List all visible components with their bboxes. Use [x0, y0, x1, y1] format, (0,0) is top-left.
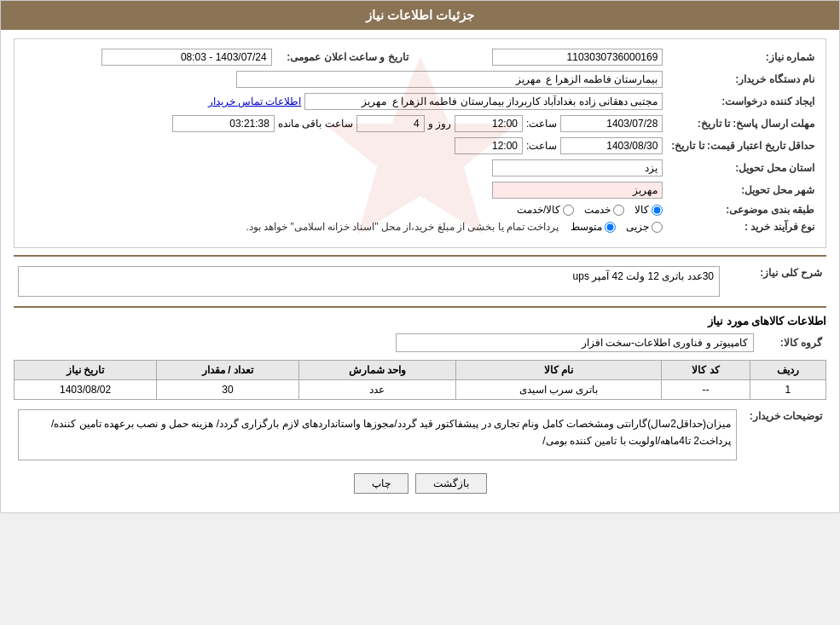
page-title: جزئیات اطلاعات نیاز — [1, 1, 839, 30]
process-note: پرداخت تمام یا بخشی از مبلغ خرید،از محل … — [246, 221, 559, 233]
cell-name: باتری سرب اسیدی — [455, 380, 662, 400]
announcement-date-input[interactable] — [101, 49, 272, 66]
category-radio-kala-input[interactable] — [652, 205, 663, 216]
answer-deadline-date-input[interactable] — [560, 115, 663, 132]
process-radio-motavasit[interactable]: متوسط — [571, 221, 616, 233]
category-radio-both[interactable]: کالا/خدمت — [517, 204, 574, 216]
separator-1 — [14, 255, 826, 257]
col-row: ردیف — [750, 361, 826, 380]
cell-quantity: 30 — [157, 380, 299, 400]
creator-input[interactable] — [304, 93, 663, 110]
category-kala-label: کالا — [634, 204, 649, 216]
creator-label: ایجاد کننده درخواست: — [667, 90, 819, 113]
summary-cell: 30عدد باتری 12 ولت 42 آمپر ups — [14, 263, 724, 299]
buyer-notes-table: توضیحات خریدار: میزان(حداقل2سال)گارانتی … — [14, 407, 826, 463]
needle-number-cell — [413, 46, 668, 68]
group-cell — [14, 331, 758, 355]
process-motavasit-label: متوسط — [571, 221, 602, 233]
process-jozyi-label: جزیی — [626, 221, 649, 233]
buyer-notes-cell: میزان(حداقل2سال)گارانتی ومشخصات کامل ونا… — [14, 407, 741, 463]
info-table: شماره نیاز: تاریخ و ساعت اعلان عمومی: نا… — [21, 46, 819, 235]
summary-table: شرح کلی نیاز: 30عدد باتری 12 ولت 42 آمپر… — [14, 263, 826, 299]
back-button[interactable]: بازگشت — [415, 473, 487, 494]
category-radio-both-input[interactable] — [563, 205, 574, 216]
group-input[interactable] — [396, 333, 754, 352]
needle-number-label: شماره نیاز: — [667, 46, 819, 68]
print-button[interactable]: چاپ — [354, 473, 408, 494]
price-time-input[interactable] — [455, 137, 523, 154]
contact-link[interactable]: اطلاعات تماس خریدار — [208, 95, 302, 107]
price-validity-cell: ساعت: — [21, 135, 667, 157]
process-cell: جزیی متوسط پرداخت تمام یا بخشی از مبلغ خ… — [21, 218, 667, 235]
goods-title: اطلاعات کالاهای مورد نیاز — [14, 315, 826, 327]
answer-time-input[interactable] — [455, 115, 523, 132]
announcement-date-cell — [21, 46, 276, 68]
price-time-label: ساعت: — [526, 140, 557, 152]
button-area: بازگشت چاپ — [14, 473, 826, 494]
cell-unit: عدد — [298, 380, 455, 400]
category-cell: کالا خدمت کالا/خدمت — [21, 201, 667, 218]
col-unit: واحد شمارش — [298, 361, 455, 380]
answer-remaining-input[interactable] — [172, 115, 275, 132]
answer-deadline-cell: ساعت: روز و ساعت باقی مانده — [21, 113, 667, 135]
announcement-date-label: تاریخ و ساعت اعلان عمومی: — [276, 46, 413, 68]
category-both-label: کالا/خدمت — [517, 204, 560, 216]
separator-2 — [14, 306, 826, 308]
province-label: استان محل تحویل: — [667, 157, 819, 179]
answer-deadline-label: مهلت ارسال پاسخ: تا تاریخ: — [667, 113, 819, 135]
requester-name-cell — [21, 68, 667, 90]
buyer-notes-label: توضیحات خریدار: — [741, 407, 826, 463]
buyer-notes-box: میزان(حداقل2سال)گارانتی ومشخصات کامل ونا… — [18, 409, 737, 460]
category-radio-khadamat[interactable]: خدمت — [584, 204, 624, 216]
city-label: شهر محل تحویل: — [667, 179, 819, 201]
col-date: تاریخ نیاز — [14, 361, 157, 380]
summary-box: 30عدد باتری 12 ولت 42 آمپر ups — [18, 266, 720, 297]
requester-name-input[interactable] — [236, 71, 663, 88]
group-label: گروه کالا: — [758, 331, 826, 355]
col-name: نام کالا — [455, 361, 662, 380]
category-radio-khadamat-input[interactable] — [613, 205, 624, 216]
process-radio-jozyi-input[interactable] — [652, 222, 663, 233]
answer-days-label: روز و — [428, 118, 451, 130]
cell-code: -- — [662, 380, 750, 400]
city-cell — [21, 179, 667, 201]
price-validity-label: حداقل تاریخ اعتبار قیمت: تا تاریخ: — [667, 135, 819, 157]
process-radio-motavasit-input[interactable] — [605, 222, 616, 233]
answer-time-label: ساعت: — [526, 118, 557, 130]
summary-label: شرح کلی نیاز: — [724, 263, 826, 299]
group-table: گروه کالا: — [14, 331, 826, 355]
cell-row: 1 — [750, 380, 826, 400]
col-quantity: تعداد / مقدار — [157, 361, 299, 380]
category-radio-kala[interactable]: کالا — [634, 204, 663, 216]
price-validity-date-input[interactable] — [560, 137, 663, 154]
category-label: طبقه بندی موضوعی: — [667, 201, 819, 218]
col-code: کد کالا — [662, 361, 750, 380]
needle-number-input[interactable] — [492, 49, 663, 66]
cell-date: 1403/08/02 — [14, 380, 157, 400]
answer-remaining-label: ساعت باقی مانده — [278, 118, 353, 130]
requester-name-label: نام دستگاه خریدار: — [667, 68, 819, 90]
page-wrapper: جزئیات اطلاعات نیاز AriaTender شماره نیا… — [0, 0, 840, 513]
creator-cell: اطلاعات تماس خریدار — [21, 90, 667, 113]
process-radio-jozyi[interactable]: جزیی — [626, 221, 663, 233]
general-info-box: AriaTender شماره نیاز: تاریخ و ساعت اعلا… — [14, 38, 826, 248]
province-input[interactable] — [492, 159, 663, 177]
province-cell — [21, 157, 667, 179]
process-label: نوع فرآیند خرید : — [667, 218, 819, 235]
answer-days-input[interactable] — [356, 115, 425, 132]
goods-data-table: ردیف کد کالا نام کالا واحد شمارش تعداد /… — [14, 360, 826, 400]
city-input[interactable] — [492, 182, 663, 199]
table-row: 1--باتری سرب اسیدیعدد301403/08/02 — [14, 380, 826, 400]
category-khadamat-label: خدمت — [584, 204, 611, 216]
